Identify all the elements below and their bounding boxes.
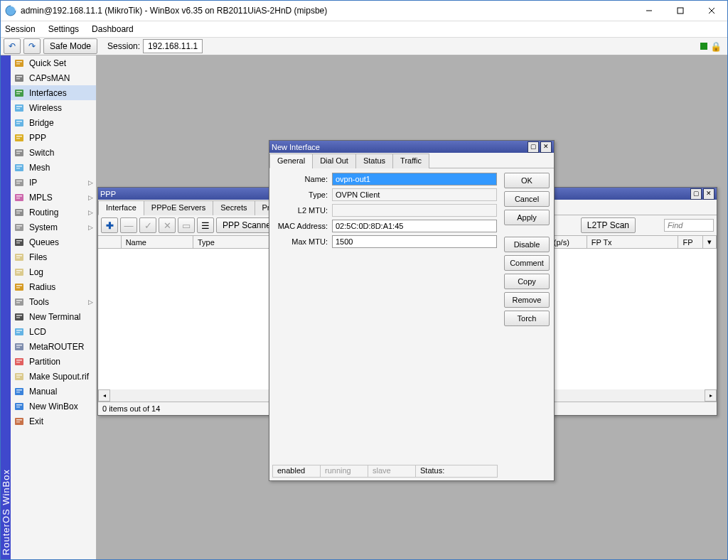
svg-rect-64 (16, 347, 20, 348)
sidebar-item-manual[interactable]: Manual (11, 384, 96, 399)
session-value[interactable]: 192.168.11.1 (143, 39, 203, 53)
undo-button[interactable]: ↶ (4, 38, 21, 54)
newint-statusbar: enabled running slave Status: (272, 465, 497, 478)
sidebar-item-routing[interactable]: Routing▷ (11, 205, 96, 220)
copy-button[interactable]: Copy (504, 274, 550, 289)
svg-rect-21 (16, 136, 22, 137)
sidebar-item-files[interactable]: Files (11, 249, 96, 264)
sidebar-item-tools[interactable]: Tools▷ (11, 294, 96, 309)
sidebar-item-system[interactable]: System▷ (11, 220, 96, 235)
apply-button[interactable]: Apply (504, 210, 550, 225)
find-input[interactable] (664, 219, 714, 232)
sidebar-item-mesh[interactable]: Mesh (11, 160, 96, 175)
sidebar-item-interfaces[interactable]: Interfaces (11, 85, 96, 100)
files-icon (14, 252, 25, 263)
ppp-tab-interface[interactable]: Interface (98, 200, 144, 215)
sidebar-item-ppp[interactable]: PPP (11, 130, 96, 145)
input-type (332, 188, 497, 201)
scroll-right-button[interactable]: ▸ (705, 389, 717, 402)
filter-button[interactable]: ☰ (197, 217, 214, 233)
sidebar-item-quick-set[interactable]: Quick Set (11, 55, 96, 70)
svg-rect-45 (16, 255, 22, 257)
sidebar-item-label: Log (29, 267, 43, 277)
sidebar-item-capsman[interactable]: CAPsMAN (11, 70, 96, 85)
newint-tab-status[interactable]: Status (355, 154, 393, 168)
svg-rect-27 (16, 166, 22, 167)
svg-rect-63 (16, 345, 22, 346)
sidebar-item-queues[interactable]: Queues (11, 235, 96, 249)
disable-button[interactable]: Disable (504, 237, 550, 252)
input-maxmtu[interactable] (332, 235, 497, 248)
scroll-left-button[interactable]: ◂ (98, 389, 110, 402)
sidebar-item-radius[interactable]: Radius (11, 279, 96, 294)
ok-button[interactable]: OK (504, 173, 550, 188)
newint-tab-traffic[interactable]: Traffic (392, 154, 429, 168)
menu-session[interactable]: Session (5, 24, 36, 34)
svg-rect-79 (16, 421, 20, 423)
col-dd[interactable]: ▾ (703, 236, 717, 248)
sidebar-item-new-terminal[interactable]: New Terminal (11, 309, 96, 324)
window-maximize-button[interactable] (665, 1, 696, 21)
submenu-arrow-icon: ▷ (88, 179, 93, 186)
sidebar-item-log[interactable]: Log (11, 264, 96, 279)
remove-button[interactable]: — (120, 217, 137, 233)
newwin-icon (14, 401, 25, 412)
cancel-button[interactable]: Cancel (504, 191, 550, 207)
newint-max-button[interactable]: ▢ (528, 141, 539, 153)
enable-button[interactable]: ✓ (139, 217, 156, 233)
svg-rect-66 (16, 360, 22, 361)
sidebar-item-partition[interactable]: Partition (11, 354, 96, 369)
col-fptx[interactable]: FP Tx (587, 236, 679, 248)
sidebar-item-make-supout-rif[interactable]: Make Supout.rif (11, 369, 96, 384)
sidebar-item-ip[interactable]: IP▷ (11, 175, 96, 190)
ppp-tab-pppoe-servers[interactable]: PPPoE Servers (144, 200, 213, 215)
sidebar-item-new-winbox[interactable]: New WinBox (11, 399, 96, 414)
sidebar-item-label: Manual (29, 387, 57, 397)
newint-tab-general[interactable]: General (269, 154, 313, 168)
ppp-max-button[interactable]: ▢ (690, 188, 702, 200)
remove-button[interactable]: Remove (504, 292, 550, 308)
sidebar-item-wireless[interactable]: Wireless (11, 100, 96, 115)
svg-rect-12 (16, 91, 22, 92)
l2tp-scan-button[interactable]: L2TP Scan (581, 217, 636, 233)
sidebar-item-label: Radius (29, 282, 55, 292)
ppp-close-button[interactable]: ✕ (703, 188, 714, 200)
input-mac[interactable] (332, 220, 497, 232)
add-button[interactable]: ✚ (101, 217, 118, 233)
newint-close-button[interactable]: ✕ (540, 141, 552, 153)
ppp-tab-secrets[interactable]: Secrets (213, 200, 255, 215)
disable-button[interactable]: ✕ (159, 217, 176, 233)
status-slave: slave (368, 465, 416, 478)
svg-rect-57 (16, 315, 22, 316)
session-label: Session: (107, 41, 140, 51)
redo-button[interactable]: ↷ (23, 38, 41, 54)
interfaces-icon (14, 87, 25, 99)
col-fp[interactable]: FP (678, 236, 703, 248)
sidebar-item-label: Files (29, 252, 47, 262)
comment-button[interactable]: ▭ (178, 217, 195, 233)
exit-icon (14, 416, 25, 427)
comment-button[interactable]: Comment (504, 255, 550, 271)
col-blank[interactable] (98, 236, 122, 248)
svg-rect-51 (16, 285, 22, 286)
sidebar-item-label: Routing (29, 208, 58, 217)
sidebar-item-switch[interactable]: Switch (11, 145, 96, 160)
input-name[interactable] (332, 173, 497, 185)
sidebar-item-mpls[interactable]: MPLS▷ (11, 190, 96, 205)
svg-rect-73 (16, 392, 20, 393)
window-close-button[interactable] (696, 1, 727, 21)
menu-dashboard[interactable]: Dashboard (92, 24, 134, 34)
svg-rect-2 (678, 8, 683, 14)
bridge-icon (14, 117, 25, 129)
safe-mode-button[interactable]: Safe Mode (43, 38, 97, 54)
torch-button[interactable]: Torch (504, 311, 550, 326)
menu-settings[interactable]: Settings (48, 24, 79, 34)
newint-tab-dial-out[interactable]: Dial Out (312, 154, 356, 168)
sidebar-item-metarouter[interactable]: MetaROUTER (11, 339, 96, 354)
sidebar-item-bridge[interactable]: Bridge (11, 115, 96, 130)
sidebar-item-lcd[interactable]: LCD (11, 324, 96, 339)
newint-titlebar[interactable]: New Interface ▢ ✕ (269, 141, 554, 153)
window-minimize-button[interactable] (633, 1, 665, 21)
sidebar-item-exit[interactable]: Exit (11, 414, 96, 429)
col-name[interactable]: Name (122, 236, 193, 248)
